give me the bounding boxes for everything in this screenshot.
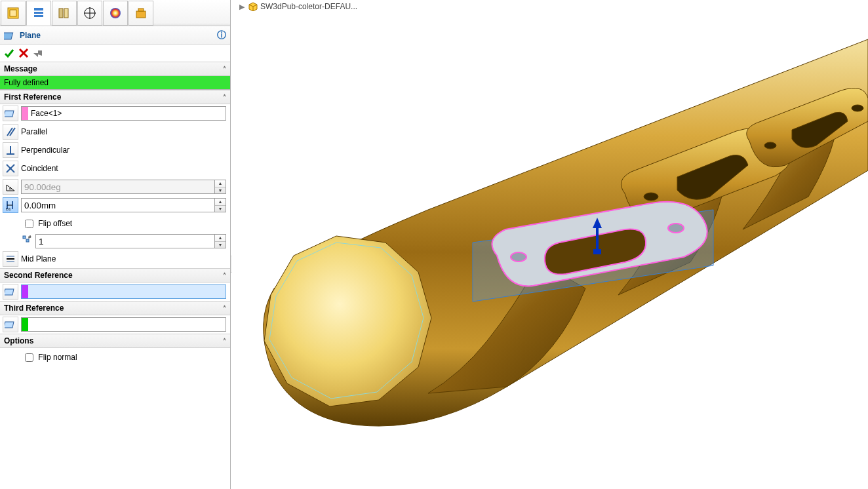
- coincident-icon: [3, 161, 18, 176]
- chevron-up-icon: ˄: [223, 272, 226, 279]
- instances-icon: #: [22, 235, 33, 248]
- perpendicular-icon: [3, 142, 18, 158]
- first-ref-selection-row: Face<1>: [0, 104, 230, 123]
- svg-rect-2: [34, 8, 43, 10]
- appearance-icon: [108, 6, 123, 20]
- svg-rect-28: [23, 236, 26, 239]
- first-ref-entity-icon[interactable]: [3, 106, 18, 121]
- model-render: [231, 0, 868, 489]
- instances-row: # ▲▼: [0, 233, 230, 250]
- feature-title-row: Plane ⓘ: [0, 26, 230, 45]
- dimxpert-manager-tab[interactable]: [77, 1, 102, 26]
- instances-input[interactable]: [35, 234, 215, 248]
- instances-spin[interactable]: ▲▼: [214, 234, 226, 248]
- second-ref-selection-box[interactable]: [21, 284, 226, 299]
- second-ref-selection-row: [0, 283, 230, 301]
- section-second-ref-header[interactable]: Second Reference ˄: [0, 268, 230, 283]
- ok-cancel-row: [0, 45, 230, 62]
- first-ref-selection-box[interactable]: Face<1>: [21, 106, 226, 121]
- angle-icon[interactable]: ∡: [3, 179, 18, 195]
- third-ref-selection-box[interactable]: [21, 317, 226, 332]
- selection-color-chip: [22, 107, 28, 120]
- help-icon[interactable]: ⓘ: [217, 29, 226, 41]
- angle-row: ∡ ▲▼: [0, 178, 230, 196]
- svg-text:∡: ∡: [9, 186, 12, 190]
- pushpin-button[interactable]: [33, 48, 43, 58]
- section-first-ref-title: First Reference: [4, 92, 61, 102]
- svg-rect-4: [34, 15, 43, 17]
- midplane-row[interactable]: Mid Plane: [0, 250, 230, 268]
- svg-rect-34: [5, 289, 14, 295]
- flip-normal-label: Flip normal: [38, 352, 77, 361]
- plane-icon: [4, 29, 16, 41]
- ok-button[interactable]: [4, 48, 14, 58]
- chevron-up-icon: ˄: [223, 66, 226, 73]
- feature-tree-icon: [6, 6, 20, 20]
- offset-input[interactable]: [21, 198, 215, 212]
- chevron-up-icon: ˄: [223, 305, 226, 312]
- svg-rect-5: [59, 9, 63, 18]
- plane-status-banner: Fully defined: [0, 76, 230, 90]
- svg-point-43: [852, 105, 863, 111]
- chevron-up-icon: ˄: [223, 338, 226, 345]
- chevron-up-icon: ˄: [223, 94, 226, 101]
- midplane-icon: [3, 251, 18, 267]
- svg-point-40: [644, 193, 658, 201]
- midplane-label: Mid Plane: [21, 254, 226, 264]
- section-third-ref-header[interactable]: Third Reference ˄: [0, 301, 230, 315]
- configuration-manager-tab[interactable]: [52, 1, 77, 26]
- toolbox-icon: [134, 6, 148, 20]
- feature-manager-tab[interactable]: [1, 1, 26, 26]
- svg-point-10: [110, 8, 121, 18]
- graphics-viewport[interactable]: ▶ SW3dPub-coletor-DEFAU...: [231, 0, 868, 489]
- section-second-ref-title: Second Reference: [4, 271, 73, 280]
- section-third-ref-title: Third Reference: [4, 303, 64, 313]
- constraint-coincident-label: Coincident: [21, 164, 226, 173]
- display-manager-tab[interactable]: [103, 1, 128, 26]
- property-manager-tab[interactable]: [26, 1, 51, 26]
- offset-spin[interactable]: ▲▼: [214, 198, 226, 212]
- svg-rect-51: [593, 249, 601, 254]
- section-options-header[interactable]: Options ˄: [0, 334, 230, 348]
- svg-rect-16: [5, 111, 14, 117]
- offset-distance-icon[interactable]: D1: [3, 197, 18, 213]
- svg-rect-6: [64, 9, 68, 18]
- flip-offset-label: Flip offset: [38, 218, 72, 227]
- section-message-header[interactable]: Message ˄: [0, 62, 230, 76]
- svg-point-42: [764, 142, 776, 149]
- configuration-icon: [57, 6, 71, 20]
- flip-normal-label-wrap[interactable]: Flip normal: [22, 351, 77, 364]
- selection-color-chip: [22, 318, 28, 331]
- flip-offset-checkbox[interactable]: [25, 220, 33, 228]
- svg-rect-13: [4, 33, 13, 39]
- offset-row: D1 ▲▼: [0, 196, 230, 214]
- svg-rect-35: [5, 322, 14, 328]
- angle-input: [21, 180, 215, 194]
- feature-title: Plane: [20, 31, 41, 40]
- selection-color-chip: [22, 285, 28, 298]
- flip-normal-row: Flip normal: [0, 348, 230, 366]
- constraint-coincident-row[interactable]: Coincident: [0, 159, 230, 178]
- dimxpert-icon: [83, 6, 97, 20]
- constraint-parallel-label: Parallel: [21, 127, 226, 136]
- property-manager-panel: Plane ⓘ Message ˄ Fully defined First Re…: [0, 0, 231, 489]
- manager-tab-strip: [0, 0, 230, 26]
- constraint-perpendicular-label: Perpendicular: [21, 146, 226, 155]
- third-ref-selection-row: [0, 315, 230, 334]
- feature-toolbox-tab[interactable]: [128, 1, 153, 26]
- section-first-ref-header[interactable]: First Reference ˄: [0, 90, 230, 104]
- section-options-title: Options: [4, 336, 33, 345]
- svg-rect-1: [10, 10, 16, 16]
- flip-offset-row: Flip offset: [0, 214, 230, 233]
- constraint-perpendicular-row[interactable]: Perpendicular: [0, 141, 230, 159]
- svg-text:D1: D1: [6, 207, 11, 211]
- angle-spin: ▲▼: [214, 180, 226, 194]
- third-ref-entity-icon[interactable]: [3, 317, 18, 332]
- second-ref-entity-icon[interactable]: [3, 284, 18, 300]
- flip-normal-checkbox[interactable]: [25, 353, 33, 362]
- cancel-button[interactable]: [18, 48, 29, 58]
- svg-rect-3: [34, 12, 43, 14]
- constraint-parallel-row[interactable]: Parallel: [0, 123, 230, 141]
- flip-offset-label-wrap[interactable]: Flip offset: [22, 218, 72, 230]
- svg-rect-11: [136, 11, 146, 18]
